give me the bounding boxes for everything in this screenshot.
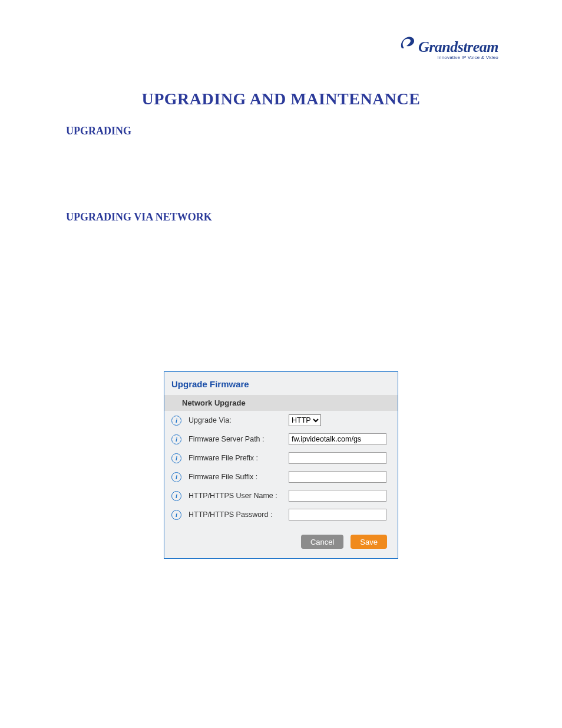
row-upgrade-via: i Upgrade Via: HTTP bbox=[164, 411, 398, 430]
document-page: Grandstream Innovative IP Voice & Video … bbox=[0, 0, 562, 728]
section-heading-upgrading: UPGRADING bbox=[66, 125, 131, 137]
brand-name: Grandstream bbox=[418, 38, 498, 55]
http-password-input[interactable] bbox=[289, 509, 386, 521]
info-icon[interactable]: i bbox=[171, 416, 181, 426]
brand-logo-text: Grandstream bbox=[398, 34, 498, 56]
info-icon[interactable]: i bbox=[171, 472, 181, 482]
label-upgrade-via: Upgrade Via: bbox=[189, 416, 289, 424]
brand-logo: Grandstream Innovative IP Voice & Video bbox=[398, 34, 498, 60]
row-file-prefix: i Firmware File Prefix : bbox=[164, 449, 398, 467]
info-icon[interactable]: i bbox=[171, 491, 181, 501]
page-title: UPGRADING AND MAINTENANCE bbox=[0, 90, 562, 108]
label-file-suffix: Firmware File Suffix : bbox=[189, 473, 289, 481]
panel-button-bar: Cancel Save bbox=[164, 524, 398, 555]
info-icon[interactable]: i bbox=[171, 510, 181, 520]
label-http-user: HTTP/HTTPS User Name : bbox=[189, 492, 289, 500]
row-file-suffix: i Firmware File Suffix : bbox=[164, 467, 398, 486]
upgrade-via-select[interactable]: HTTP bbox=[289, 414, 321, 426]
cancel-button[interactable]: Cancel bbox=[301, 535, 343, 549]
label-file-prefix: Firmware File Prefix : bbox=[189, 454, 289, 462]
firmware-server-path-input[interactable] bbox=[289, 433, 386, 445]
upgrade-firmware-panel: Upgrade Firmware Network Upgrade i Upgra… bbox=[164, 371, 398, 559]
row-http-user: i HTTP/HTTPS User Name : bbox=[164, 486, 398, 505]
info-icon[interactable]: i bbox=[171, 434, 181, 444]
firmware-file-prefix-input[interactable] bbox=[289, 452, 386, 464]
label-server-path: Firmware Server Path : bbox=[189, 435, 289, 443]
row-server-path: i Firmware Server Path : bbox=[164, 430, 398, 449]
save-button[interactable]: Save bbox=[351, 535, 387, 549]
row-http-pass: i HTTP/HTTPS Password : bbox=[164, 505, 398, 524]
firmware-file-suffix-input[interactable] bbox=[289, 471, 386, 483]
http-username-input[interactable] bbox=[289, 490, 386, 502]
logo-swoosh-icon bbox=[398, 35, 418, 57]
section-heading-upgrading-via-network: UPGRADING VIA NETWORK bbox=[66, 211, 212, 223]
panel-title: Upgrade Firmware bbox=[164, 372, 398, 395]
info-icon[interactable]: i bbox=[171, 453, 181, 463]
panel-section-header: Network Upgrade bbox=[164, 395, 398, 411]
label-http-pass: HTTP/HTTPS Password : bbox=[189, 510, 289, 519]
